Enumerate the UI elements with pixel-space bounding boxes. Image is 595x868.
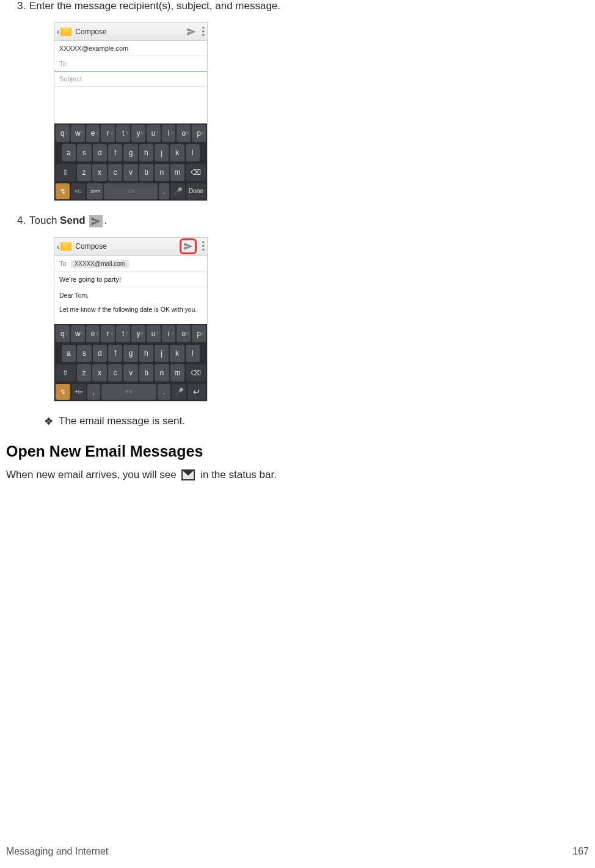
- mail-notification-icon: [181, 469, 195, 480]
- key-a: a: [62, 345, 76, 362]
- key-r: r: [101, 125, 115, 142]
- key-mic-icon: 🎤: [172, 384, 186, 400]
- keyboard: q w e r t y u i o p a s d f g h: [54, 324, 207, 401]
- from-field: XXXXX@example.com: [54, 41, 207, 56]
- key-z: z: [77, 164, 91, 181]
- back-icon: ‹: [57, 242, 59, 251]
- message-body: Dear Tom, Let me know if the following d…: [54, 287, 207, 324]
- page-number: 167: [572, 846, 589, 857]
- body-text: Let me know if the following date is OK …: [59, 305, 202, 315]
- section-body: When new email arrives, you will see in …: [6, 468, 589, 482]
- step-number: 4.: [6, 215, 29, 227]
- key-comma: ,: [87, 384, 100, 400]
- key-d: d: [93, 345, 107, 362]
- key-f: f: [108, 144, 122, 161]
- subject-field: Subject: [54, 72, 207, 87]
- key-g: g: [123, 345, 137, 362]
- key-x: x: [92, 364, 106, 381]
- key-t: t: [116, 325, 130, 342]
- send-highlight: [180, 238, 197, 254]
- key-a: a: [62, 144, 76, 161]
- step-3: 3. Enter the message recipient(s), subje…: [6, 0, 589, 12]
- key-v: v: [123, 164, 137, 181]
- step-text: Touch Send .: [29, 215, 589, 227]
- key-o: o: [177, 325, 191, 342]
- key-symbols: +!=: [71, 384, 86, 400]
- back-icon: ‹: [57, 27, 59, 36]
- key-i: i: [162, 325, 176, 342]
- to-placeholder: To: [59, 60, 67, 67]
- key-y: y: [131, 325, 145, 342]
- key-j: j: [155, 144, 169, 161]
- result-text: The email message is sent.: [59, 415, 185, 428]
- key-t: t: [116, 125, 130, 142]
- key-swype-icon: ↯: [56, 183, 70, 199]
- key-w: w: [71, 325, 85, 342]
- key-enter: ↵: [188, 384, 206, 400]
- key-l: l: [186, 345, 200, 362]
- key-p: p: [192, 125, 206, 142]
- send-icon: [183, 241, 194, 252]
- key-m: m: [170, 164, 184, 181]
- key-f: f: [108, 345, 122, 362]
- key-s: s: [77, 345, 91, 362]
- send-icon: [89, 215, 103, 227]
- key-z: z: [77, 364, 91, 381]
- key-n: n: [155, 164, 169, 181]
- subject-field: We're going to party!: [54, 272, 207, 287]
- phone-actionbar: ‹ Compose •••: [54, 23, 207, 41]
- key-p: p: [192, 325, 206, 342]
- key-k: k: [170, 345, 184, 362]
- section-body-post: in the status bar.: [197, 469, 276, 480]
- key-period: .: [158, 384, 170, 400]
- key-mic-icon: 🎤: [170, 183, 184, 199]
- key-backspace: ⌫: [186, 364, 206, 381]
- step-4: 4. Touch Send .: [6, 215, 589, 227]
- key-swype-icon: ↯: [56, 384, 70, 400]
- key-d: d: [93, 144, 107, 161]
- keyboard: q w e r t y u i o p a s d f g h: [54, 123, 207, 200]
- key-period: .: [159, 183, 170, 199]
- to-field: To XXXXX@mail.com: [54, 256, 207, 272]
- key-u: u: [147, 325, 161, 342]
- step4-post: [86, 215, 89, 226]
- key-v: v: [123, 364, 137, 381]
- key-shift: ⇧: [56, 164, 76, 181]
- key-o: o: [177, 125, 191, 142]
- key-u: u: [147, 125, 161, 142]
- send-icon: [186, 26, 197, 37]
- key-e: e: [86, 325, 100, 342]
- key-h: h: [139, 144, 153, 161]
- overflow-menu-icon: •••: [202, 26, 205, 37]
- screenshot-compose-filled: ‹ Compose ••• To XXXXX@mail.com We're go…: [54, 237, 208, 402]
- key-c: c: [108, 364, 122, 381]
- section-body-pre: When new email arrives, you will see: [6, 469, 179, 480]
- page-footer: Messaging and Internet 167: [6, 846, 589, 857]
- screenshot-compose-empty: ‹ Compose ••• XXXXX@example.com To Subje…: [54, 22, 208, 201]
- key-space: EN: [104, 183, 158, 199]
- step-text: Enter the message recipient(s), subject,…: [29, 0, 589, 12]
- key-q: q: [56, 325, 70, 342]
- key-backspace: ⌫: [186, 164, 206, 181]
- key-c: c: [108, 164, 122, 181]
- key-done: Done: [186, 183, 206, 199]
- step4-bold: Send: [60, 215, 86, 226]
- key-l: l: [186, 144, 200, 161]
- key-dotcom: .com: [87, 183, 103, 199]
- body-greeting: Dear Tom,: [59, 291, 202, 301]
- key-h: h: [139, 345, 153, 362]
- key-n: n: [155, 364, 169, 381]
- key-space: EN: [101, 384, 156, 400]
- to-label: To: [59, 260, 67, 267]
- envelope-icon: [60, 242, 71, 251]
- footer-section: Messaging and Internet: [6, 846, 108, 857]
- screen-title: Compose: [75, 28, 106, 36]
- step-number: 3.: [6, 0, 29, 12]
- recipient-chip: XXXXX@mail.com: [71, 260, 130, 268]
- key-e: e: [86, 125, 100, 142]
- key-m: m: [170, 364, 184, 381]
- key-i: i: [162, 125, 176, 142]
- key-g: g: [123, 144, 137, 161]
- key-j: j: [155, 345, 169, 362]
- result-bullet-icon: ❖: [42, 415, 59, 428]
